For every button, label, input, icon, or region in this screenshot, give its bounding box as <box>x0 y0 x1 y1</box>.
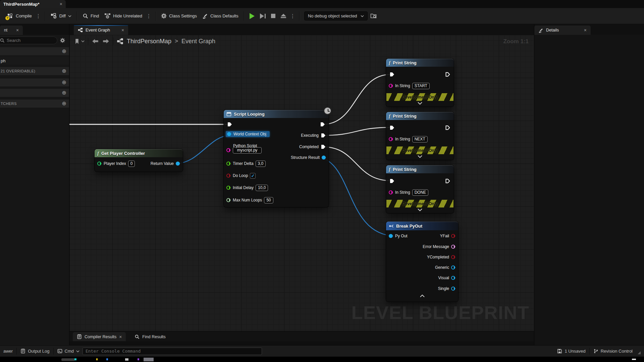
exec-out-pin[interactable] <box>445 178 450 184</box>
my-blueprint-section-row[interactable]: ⊕ <box>0 47 69 55</box>
pin-yfail[interactable]: YFail <box>440 233 455 239</box>
exec-in-pin[interactable] <box>389 125 395 130</box>
resize-grip[interactable] <box>638 351 641 354</box>
pin-return-value[interactable]: Return Value <box>151 160 180 167</box>
compile-button[interactable]: ? Compile <box>4 11 35 21</box>
bool-pin-icon[interactable] <box>451 255 455 259</box>
expand-chevron-icon[interactable] <box>417 208 423 211</box>
object-pin-icon[interactable] <box>451 287 455 291</box>
pin-error-message[interactable]: Error Message <box>423 243 455 250</box>
pin-in-string[interactable]: In String START <box>389 82 430 89</box>
collapse-chevron-icon[interactable] <box>420 295 425 297</box>
object-pin-icon[interactable] <box>451 265 455 269</box>
add-icon[interactable]: ⊕ <box>62 68 66 74</box>
search-options-gear-icon[interactable] <box>60 38 65 43</box>
pin-in-string[interactable]: In String NEXT <box>389 136 428 142</box>
revision-control-button[interactable]: Revision Control <box>590 349 636 354</box>
debug-object-dropdown[interactable]: No debug object selected <box>304 11 368 20</box>
class-settings-button[interactable]: Class Settings <box>158 11 200 21</box>
int-pin-icon[interactable] <box>97 162 102 166</box>
node-header[interactable]: Break PyOut <box>386 222 458 230</box>
node-get-player-controller[interactable]: f Get Player Controller Player Index 0 R… <box>95 149 183 172</box>
float-pin-icon[interactable] <box>226 162 231 166</box>
tab-find-results[interactable]: Find Results <box>130 332 169 341</box>
add-icon[interactable]: ⊕ <box>62 90 66 96</box>
node-print-string-start[interactable]: f Print String In String START Developme… <box>386 59 454 107</box>
content-drawer-button[interactable]: awer <box>3 349 16 354</box>
breadcrumb-leaf[interactable]: Event Graph <box>181 38 215 45</box>
in-string-value-field[interactable]: NEXT <box>412 136 428 142</box>
pin-do-loop[interactable]: Do Loop ✓ <box>226 172 256 179</box>
node-script-looping[interactable]: Script Looping World Context Obj Python … <box>224 110 329 207</box>
class-defaults-button[interactable]: Class Defaults <box>200 11 241 21</box>
python-script-value-field[interactable]: myscript.py <box>233 147 262 154</box>
exec-in-pin[interactable] <box>389 178 395 184</box>
pin-initial-delay[interactable]: Initial Delay 10,0 <box>226 184 268 191</box>
tab-event-graph[interactable]: Event Graph × <box>74 25 128 35</box>
exec-in-pin[interactable] <box>227 122 232 127</box>
node-header[interactable]: Script Looping <box>224 110 329 118</box>
pin-world-context-obj[interactable]: World Context Obj <box>226 131 270 137</box>
frame-skip-button[interactable] <box>257 11 268 21</box>
pin-in-string[interactable]: In String DONE <box>389 189 428 196</box>
compile-options-icon[interactable]: ⋮ <box>35 13 42 19</box>
node-header[interactable]: f Print String <box>386 59 454 67</box>
pin-timer-delta[interactable]: Timer Delta 3,0 <box>226 160 266 167</box>
pin-executing[interactable]: Executing <box>301 132 326 139</box>
string-pin-icon[interactable] <box>226 148 231 152</box>
pin-max-num-loops[interactable]: Max Num Loops 50 <box>226 197 273 203</box>
object-pin-icon[interactable] <box>389 234 393 238</box>
asset-tab-close-icon[interactable]: × <box>60 2 62 6</box>
tab-compiler-results[interactable]: Compiler Results × <box>73 332 126 341</box>
pin-py-out[interactable]: Py Out <box>389 233 408 239</box>
bool-pin-icon[interactable] <box>226 174 231 178</box>
search-input[interactable] <box>7 38 40 43</box>
my-blueprint-section-row[interactable]: TCHERS ⊕ <box>0 100 69 108</box>
my-blueprint-section-row[interactable]: 21 OVERRIDABLE) ⊕ <box>0 67 69 75</box>
object-pin-icon[interactable] <box>322 156 326 160</box>
text-pin-icon[interactable] <box>451 245 455 249</box>
expand-chevron-icon[interactable] <box>417 155 423 158</box>
play-options-icon[interactable]: ⋮ <box>289 13 297 19</box>
in-string-value-field[interactable]: DONE <box>412 189 429 196</box>
object-pin-icon[interactable] <box>451 276 455 280</box>
string-pin-icon[interactable] <box>389 84 393 88</box>
browse-debug-object-button[interactable] <box>368 11 379 21</box>
pin-player-index[interactable]: Player Index 0 <box>97 160 135 167</box>
add-icon[interactable]: ⊕ <box>62 80 66 85</box>
string-pin-icon[interactable] <box>389 137 393 141</box>
exec-out-pin[interactable] <box>445 72 450 77</box>
expand-chevron-icon[interactable] <box>417 102 423 105</box>
node-header[interactable]: f Get Player Controller <box>95 149 183 157</box>
add-icon[interactable]: ⊕ <box>62 101 66 106</box>
pin-structure-result[interactable]: Structure Result <box>291 154 326 161</box>
my-blueprint-tab-close-icon[interactable]: × <box>16 28 19 33</box>
output-log-button[interactable]: Output Log <box>17 349 52 354</box>
details-tab-close-icon[interactable]: × <box>584 28 587 33</box>
in-string-value-field[interactable]: START <box>412 83 430 89</box>
hide-unrelated-options-icon[interactable]: ⋮ <box>145 13 153 19</box>
do-loop-checkbox[interactable]: ✓ <box>250 173 256 179</box>
play-button[interactable] <box>247 11 257 21</box>
object-pin-icon[interactable] <box>227 132 231 136</box>
bool-pin-icon[interactable] <box>451 234 455 238</box>
node-print-string-next[interactable]: f Print String In String NEXT Developmen… <box>386 112 454 160</box>
breadcrumb-root[interactable]: ThirdPersonMap <box>127 38 171 45</box>
player-index-value-field[interactable]: 0 <box>128 161 135 167</box>
tab-details[interactable]: Details × <box>534 25 591 35</box>
node-header[interactable]: f Print String <box>386 165 454 173</box>
pin-generic[interactable]: Generic <box>435 264 455 271</box>
add-icon[interactable]: ⊕ <box>62 49 66 54</box>
diff-button[interactable]: Diff <box>48 11 74 21</box>
float-pin-icon[interactable] <box>226 186 231 190</box>
exec-pin-icon[interactable] <box>321 144 326 149</box>
node-header[interactable]: f Print String <box>386 112 454 120</box>
pin-completed[interactable]: Completed <box>299 143 326 150</box>
forward-arrow-icon[interactable] <box>102 38 110 44</box>
find-button[interactable]: Find <box>80 11 102 21</box>
initial-delay-value-field[interactable]: 10,0 <box>256 185 268 191</box>
pin-ycompleted[interactable]: YCompleted <box>427 254 455 260</box>
asset-tab-thirdpersonmap[interactable]: ThirdPersonMap* × <box>0 0 66 8</box>
cmd-dropdown[interactable]: Cmd <box>54 349 83 354</box>
my-blueprint-section-row[interactable]: ⊕ <box>0 78 69 86</box>
